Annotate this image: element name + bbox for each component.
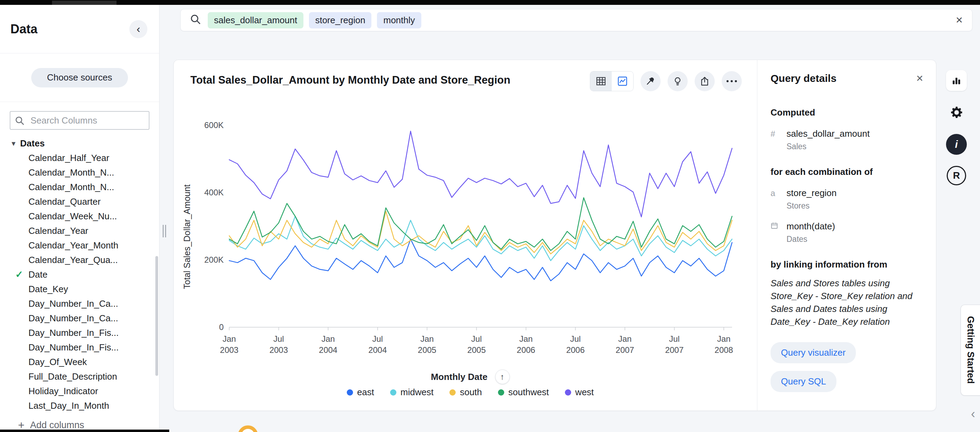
line-chart[interactable]: 0200K400K600KJan2003Jul2003Jan2004Jul200… (198, 96, 743, 367)
os-bottom-strip (0, 430, 169, 432)
choose-sources-button[interactable]: Choose sources (31, 68, 128, 88)
add-columns-button[interactable]: + Add columns (18, 419, 84, 430)
data-panel-title: Data (10, 22, 37, 37)
more-options-button[interactable] (722, 71, 742, 91)
legend-item-west[interactable]: west (565, 387, 594, 398)
column-item[interactable]: Calendar_Year (0, 223, 159, 238)
column-item[interactable]: Full_Date_Description (0, 369, 159, 384)
table-view-button[interactable] (590, 72, 612, 91)
legend-dot (390, 389, 396, 395)
choose-sources-row: Choose sources (0, 53, 159, 102)
display-mode-toggle (590, 71, 633, 91)
column-item[interactable]: Calendar_Year_Qua... (0, 253, 159, 267)
query-details-info-button[interactable]: i (946, 134, 967, 155)
os-bar-segment (52, 1, 116, 5)
answer-title: Total Sales_Dollar_Amount by Monthly Dat… (190, 74, 589, 86)
share-icon (700, 76, 710, 86)
pin-button[interactable] (641, 71, 660, 91)
legend-item-midwest[interactable]: midwest (390, 387, 433, 398)
query-sql-button[interactable]: Query SQL (770, 371, 837, 392)
column-item[interactable]: Calendar_Month_N... (0, 165, 159, 180)
column-item[interactable]: Last_Day_In_Month (0, 399, 159, 413)
search-token-attribute[interactable]: store_region (309, 12, 372, 29)
chevron-left-icon: ‹ (137, 22, 140, 35)
date-icon (770, 222, 786, 231)
column-item[interactable]: Day_Number_In_Fis... (0, 340, 159, 355)
legend-dot (449, 389, 456, 395)
svg-text:2008: 2008 (715, 345, 733, 355)
svg-text:Jul: Jul (273, 334, 284, 344)
column-label: Day_Of_Week (29, 357, 87, 367)
close-icon: ✕ (955, 15, 963, 26)
help-fab[interactable] (238, 426, 258, 432)
column-item[interactable]: ✓Date (0, 267, 159, 282)
svg-text:600K: 600K (204, 120, 224, 130)
panel-resize-handle[interactable] (163, 225, 167, 238)
legend-item-east[interactable]: east (347, 387, 374, 398)
svg-text:2005: 2005 (418, 345, 436, 355)
clear-search-button[interactable]: ✕ (955, 15, 963, 26)
sidebar-scrollbar-thumb[interactable] (155, 256, 158, 376)
r-analysis-button[interactable]: R (947, 166, 966, 185)
spotiq-insights-button[interactable] (668, 71, 688, 91)
field-name: month(date) (786, 221, 923, 232)
svg-text:2003: 2003 (269, 345, 288, 355)
column-label: Calendar_Year (29, 226, 88, 236)
svg-text:2006: 2006 (566, 345, 585, 355)
chart-config-button[interactable] (946, 70, 967, 91)
svg-text:Jul: Jul (372, 334, 383, 344)
column-item[interactable]: Day_Of_Week (0, 355, 159, 369)
column-item[interactable]: Day_Number_In_Ca... (0, 297, 159, 311)
search-token-keyword[interactable]: monthly (377, 12, 421, 29)
lightbulb-icon (672, 76, 683, 86)
column-item[interactable]: Calendar_Year_Month (0, 238, 159, 253)
column-item[interactable]: Day_Number_In_Ca... (0, 311, 159, 325)
answer-card: Total Sales_Dollar_Amount by Monthly Dat… (173, 60, 936, 411)
gear-icon (949, 105, 964, 120)
field-source: Dates (786, 234, 923, 244)
getting-started-tab[interactable]: Getting Started (961, 304, 980, 395)
sort-ascending-button[interactable]: ↑ (495, 370, 510, 384)
data-panel-header: Data ‹ (0, 5, 159, 53)
column-item[interactable]: Calendar_Week_Nu... (0, 209, 159, 223)
column-item[interactable]: Date_Key (0, 282, 159, 297)
column-item[interactable]: Holiday_Indicator (0, 384, 159, 399)
info-icon: i (955, 139, 958, 150)
column-item[interactable]: Calendar_Quarter (0, 194, 159, 209)
chart-view-button[interactable] (612, 72, 633, 91)
query-details-panel: Query details ✕ Computed #sales_dollar_a… (757, 60, 936, 410)
check-icon: ✓ (15, 269, 29, 280)
column-label: Last_Day_In_Month (29, 400, 109, 411)
search-bar[interactable]: sales_dollar_amountstore_regionmonthly ✕ (180, 9, 972, 31)
field-source: Sales (786, 142, 923, 151)
column-item[interactable]: Calendar_Month_N... (0, 180, 159, 194)
computed-heading: Computed (770, 107, 923, 118)
pin-icon (645, 76, 656, 86)
share-button[interactable] (695, 71, 715, 91)
column-group-dates[interactable]: ▾ Dates (0, 136, 159, 151)
column-label: Date_Key (29, 284, 68, 295)
legend-item-south[interactable]: south (449, 387, 482, 398)
column-label: Date (29, 269, 48, 280)
svg-text:Jan: Jan (519, 334, 533, 344)
search-token-measure[interactable]: sales_dollar_amount (208, 12, 304, 29)
column-item[interactable]: Day_Number_In_Fis... (0, 325, 159, 340)
column-label: Calendar_Quarter (29, 196, 100, 207)
column-label: Calendar_Half_Year (29, 153, 109, 163)
column-list: Calendar_Half_YearCalendar_Month_N...Cal… (0, 151, 159, 413)
svg-text:Jan: Jan (223, 334, 236, 344)
combination-fields: astore_regionStoresmonth(date)Dates (770, 188, 923, 244)
close-query-details-button[interactable]: ✕ (916, 73, 923, 84)
search-columns-input[interactable] (10, 111, 150, 130)
legend-label: west (575, 387, 594, 398)
legend-item-southwest[interactable]: southwest (498, 387, 549, 398)
column-group-label: Dates (20, 138, 45, 149)
ellipsis-icon (727, 80, 737, 82)
settings-button[interactable] (946, 102, 967, 123)
collapse-right-button[interactable]: ‹ (971, 406, 975, 421)
collapse-panel-button[interactable]: ‹ (129, 20, 147, 38)
search-icon (190, 14, 202, 27)
query-visualizer-button[interactable]: Query visualizer (770, 342, 856, 363)
svg-text:200K: 200K (204, 255, 224, 265)
column-item[interactable]: Calendar_Half_Year (0, 151, 159, 165)
